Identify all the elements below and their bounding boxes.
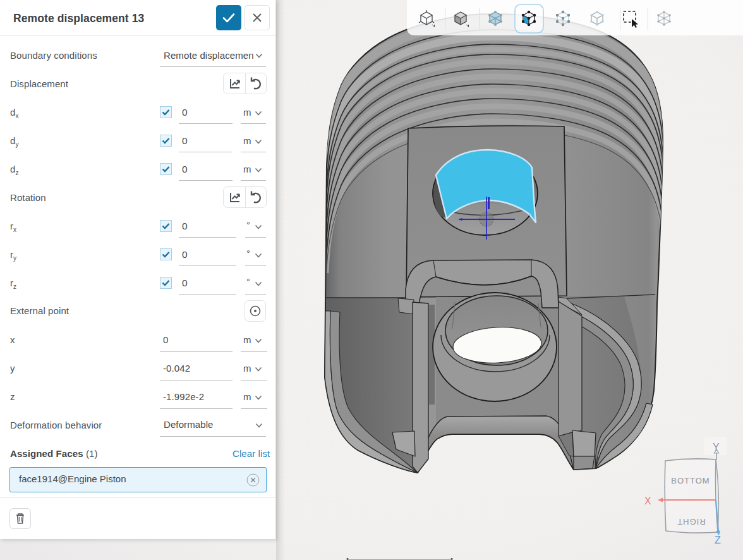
svg-text:Z: Z bbox=[715, 535, 721, 545]
svg-text:X: X bbox=[644, 496, 651, 506]
svg-text:BOTTOM: BOTTOM bbox=[671, 476, 710, 485]
svg-text:Y: Y bbox=[713, 442, 720, 453]
svg-text:RIGHT: RIGHT bbox=[677, 517, 705, 527]
